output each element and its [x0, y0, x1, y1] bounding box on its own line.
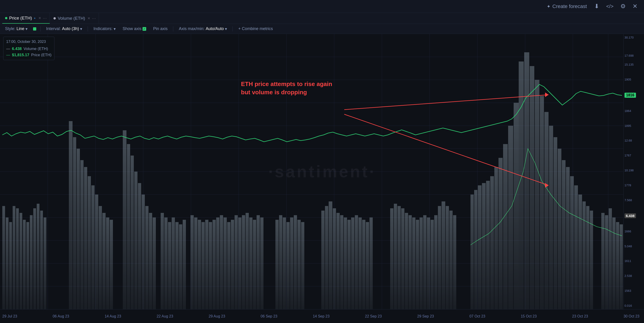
- svg-rect-156: [612, 218, 616, 309]
- axis-price-labels: 30.170 17.698 15.135: [624, 35, 644, 67]
- axis-current-price-badge: 1816: [624, 92, 644, 98]
- volume-tab-more[interactable]: ⋯: [92, 16, 96, 21]
- download-button[interactable]: ⬇: [592, 1, 601, 11]
- svg-rect-89: [290, 218, 293, 309]
- chart-svg: [0, 34, 623, 309]
- svg-rect-67: [198, 220, 201, 309]
- pin-axis-btn[interactable]: Pin axis: [152, 26, 169, 32]
- svg-rect-39: [77, 149, 80, 309]
- tab-price-eth[interactable]: Price (ETH) + ✕ ⋯: [2, 13, 50, 24]
- interval-selector[interactable]: Interval: Auto (3h) ▾: [45, 26, 84, 32]
- svg-rect-103: [358, 218, 362, 309]
- svg-rect-42: [88, 176, 91, 309]
- svg-rect-107: [390, 208, 394, 309]
- svg-rect-148: [574, 185, 578, 309]
- svg-rect-94: [325, 206, 328, 309]
- svg-rect-100: [348, 220, 351, 309]
- svg-rect-126: [474, 190, 478, 309]
- svg-rect-147: [570, 176, 574, 309]
- svg-rect-53: [138, 183, 141, 309]
- tooltip-price-row: — $1,815.17 Price (ETH): [6, 52, 52, 58]
- bottom-label-8: 29 Sep 23: [417, 314, 434, 319]
- svg-rect-60: [168, 222, 171, 309]
- axis-label-5048: 5.048: [624, 244, 644, 249]
- svg-rect-80: [246, 213, 249, 309]
- bottom-label-11: 23 Oct 23: [572, 314, 588, 319]
- axis-label-1666: 1666: [624, 229, 644, 234]
- svg-rect-49: [123, 130, 126, 309]
- toolbar: Style: Line ▾ Interval: Auto (3h) ▾ Indi…: [0, 24, 644, 34]
- create-forecast-button[interactable]: ✦ Create forecast: [544, 2, 589, 11]
- show-axis-checkbox[interactable]: ✓: [142, 27, 146, 31]
- svg-rect-87: [283, 218, 286, 309]
- indicators-selector[interactable]: Indicators: ▾: [92, 26, 117, 32]
- svg-marker-161: [545, 92, 548, 97]
- svg-rect-96: [333, 208, 336, 309]
- svg-rect-117: [427, 218, 430, 309]
- chart-area[interactable]: ·santiment·: [0, 34, 644, 309]
- axis-label-0016: 0.016: [624, 304, 644, 308]
- combine-metrics-btn[interactable]: + Combine metrics: [237, 26, 274, 32]
- svg-rect-104: [362, 220, 366, 309]
- bottom-label-4: 29 Aug 23: [208, 314, 225, 319]
- code-icon: </>: [606, 3, 614, 9]
- svg-rect-43: [91, 185, 94, 309]
- chevron-down-icon-2: ▾: [80, 26, 82, 31]
- svg-rect-54: [142, 195, 145, 309]
- show-axis-toggle[interactable]: Show axis ✓: [121, 26, 148, 32]
- svg-rect-129: [486, 181, 490, 309]
- svg-rect-139: [535, 80, 539, 309]
- svg-rect-116: [423, 215, 426, 309]
- svg-rect-112: [408, 215, 412, 309]
- svg-rect-52: [134, 172, 138, 309]
- tooltip-volume-row: — 6.438 Volume (ETH): [6, 46, 52, 52]
- axis-minmax-selector[interactable]: Axis max/min: Auto/Auto ▾: [178, 26, 228, 32]
- svg-rect-45: [99, 206, 102, 309]
- svg-rect-152: [590, 211, 593, 309]
- svg-rect-48: [110, 220, 113, 309]
- bottom-label-9: 07 Oct 23: [469, 314, 485, 319]
- svg-rect-73: [220, 215, 223, 309]
- svg-rect-157: [616, 222, 619, 309]
- svg-rect-102: [355, 215, 358, 309]
- svg-rect-59: [164, 218, 168, 309]
- svg-rect-141: [544, 112, 548, 309]
- svg-rect-109: [398, 206, 401, 309]
- tab-volume-eth[interactable]: Volume (ETH) ✕ ⋯: [51, 13, 99, 24]
- close-button[interactable]: ✕: [631, 1, 640, 11]
- svg-rect-158: [620, 224, 623, 309]
- code-button[interactable]: </>: [604, 2, 615, 11]
- svg-rect-138: [530, 66, 534, 309]
- axis-label-12680: 12.68: [624, 138, 644, 143]
- volume-tab-close[interactable]: ✕: [88, 16, 90, 20]
- price-tab-add-icon: +: [34, 16, 36, 20]
- style-value: Line: [16, 26, 24, 31]
- svg-rect-133: [503, 144, 508, 309]
- price-tab-more[interactable]: ⋯: [43, 15, 47, 21]
- svg-rect-97: [336, 213, 340, 309]
- metric-tabs: Price (ETH) + ✕ ⋯ Volume (ETH) ✕ ⋯: [0, 13, 644, 24]
- svg-rect-65: [190, 215, 194, 309]
- price-tab-close[interactable]: ✕: [38, 16, 41, 20]
- bottom-label-1: 06 Aug 23: [52, 314, 69, 319]
- interval-value: Auto (3h): [62, 26, 79, 31]
- svg-rect-51: [130, 156, 134, 309]
- color-swatch[interactable]: [33, 27, 36, 30]
- axis-label-10198: 10.198: [624, 168, 644, 173]
- svg-rect-31: [26, 222, 29, 309]
- settings-button[interactable]: ⚙: [618, 1, 628, 11]
- svg-rect-69: [205, 220, 208, 309]
- svg-rect-75: [227, 222, 230, 309]
- divider-4: [232, 26, 233, 31]
- volume-dash: —: [6, 46, 10, 52]
- top-bar-actions: ✦ Create forecast ⬇ </> ⚙ ✕: [544, 1, 640, 11]
- svg-rect-101: [351, 218, 354, 309]
- svg-rect-144: [558, 149, 562, 309]
- svg-rect-70: [209, 222, 212, 309]
- svg-rect-76: [231, 220, 234, 309]
- svg-rect-25: [6, 218, 8, 309]
- svg-rect-84: [260, 218, 264, 309]
- svg-rect-135: [514, 103, 519, 309]
- style-selector[interactable]: Style: Line ▾: [4, 26, 29, 32]
- svg-rect-99: [344, 218, 347, 309]
